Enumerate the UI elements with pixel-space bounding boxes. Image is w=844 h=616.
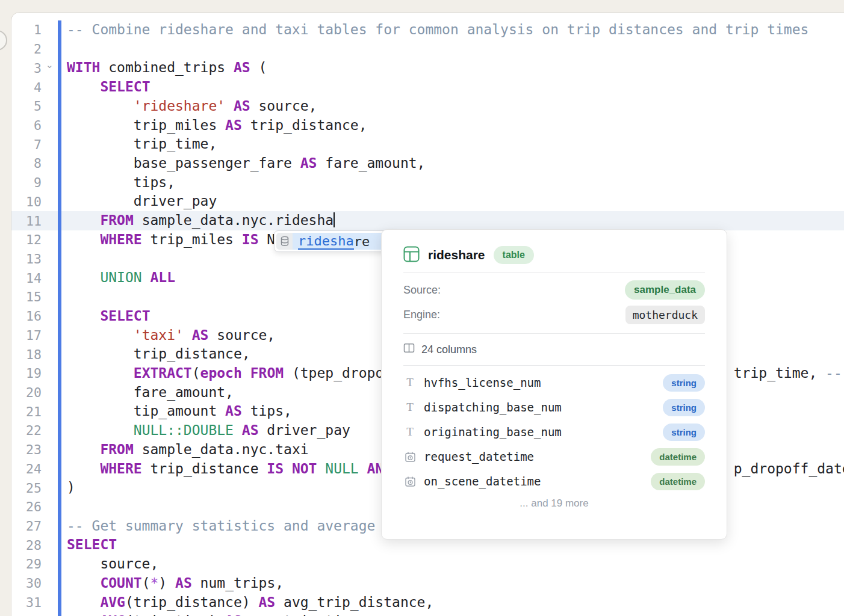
line-number: 30 xyxy=(11,576,42,591)
line-number: 19 xyxy=(11,366,42,381)
text-type-icon: T xyxy=(403,376,417,389)
column-list: Thvfhs_license_numstringTdispatching_bas… xyxy=(403,374,705,490)
line-number: 16 xyxy=(11,309,42,324)
line-number: 2 xyxy=(11,42,42,57)
table-info-card: rideshare table Source: sample_data Engi… xyxy=(381,229,727,540)
line-number: 31 xyxy=(11,595,42,610)
column-name: request_datetime xyxy=(424,450,651,463)
line-number: 11 xyxy=(11,214,42,229)
line-number: 17 xyxy=(11,328,42,343)
column-type-badge: datetime xyxy=(651,473,705,490)
engine-label: Engine: xyxy=(403,309,440,321)
source-badge: sample_data xyxy=(625,280,705,300)
sql-editor-screen: 1-- Combine rideshare and taxi tables fo… xyxy=(0,0,844,616)
line-number: 5 xyxy=(11,99,42,114)
table-name: rideshare xyxy=(428,248,485,262)
code-line[interactable]: 5 'rideshare' AS source, xyxy=(11,97,844,116)
line-number: 18 xyxy=(11,347,42,362)
columns-count: 24 columns xyxy=(421,343,477,356)
line-number: 25 xyxy=(11,481,42,496)
line-number: 6 xyxy=(11,118,42,133)
code-line[interactable]: 3⌄WITH combined_trips AS ( xyxy=(11,58,844,78)
code-line[interactable]: 31 AVG(trip_distance) AS avg_trip_distan… xyxy=(11,593,844,612)
line-number: 28 xyxy=(11,538,42,553)
gutter-change-bar xyxy=(58,20,61,616)
column-row: Tdispatching_base_numstring xyxy=(403,398,705,416)
line-number: 20 xyxy=(11,385,42,400)
datetime-type-icon xyxy=(403,476,417,487)
code-line[interactable]: 7 trip_time, xyxy=(11,135,844,154)
code-line[interactable]: 6 trip_miles AS trip_distance, xyxy=(11,116,844,135)
fold-chevron-icon[interactable]: ⌄ xyxy=(46,60,54,70)
code-line[interactable]: 32 AVG(trip_time) AS avg_trip_time, xyxy=(11,612,844,616)
text-type-icon: T xyxy=(403,425,417,439)
code-line[interactable]: 8 base_passenger_fare AS fare_amount, xyxy=(11,154,844,173)
line-number: 10 xyxy=(11,194,42,209)
column-type-badge: datetime xyxy=(651,448,705,466)
line-number: 23 xyxy=(11,442,42,457)
source-label: Source: xyxy=(403,284,441,297)
line-number: 9 xyxy=(11,175,42,190)
code-line[interactable]: 2 xyxy=(11,40,844,59)
code-line[interactable]: 9 tips, xyxy=(11,173,844,192)
code-line[interactable]: 1-- Combine rideshare and taxi tables fo… xyxy=(11,20,844,40)
database-icon xyxy=(276,233,293,250)
code-line[interactable]: 4 SELECT xyxy=(11,78,844,97)
column-type-badge: string xyxy=(663,374,705,392)
line-number: 1 xyxy=(11,22,42,37)
line-number: 14 xyxy=(11,271,42,286)
datetime-type-icon xyxy=(403,451,417,463)
line-number: 8 xyxy=(11,156,42,171)
columns-icon xyxy=(403,342,415,357)
table-type-badge: table xyxy=(494,246,534,264)
column-type-badge: string xyxy=(663,399,705,416)
column-row: Toriginating_base_numstring xyxy=(403,423,705,441)
line-number: 22 xyxy=(11,423,42,438)
line-number: 13 xyxy=(11,251,42,266)
divider xyxy=(403,365,705,366)
divider xyxy=(403,272,705,273)
text-cursor xyxy=(334,212,335,227)
line-number: 4 xyxy=(11,80,42,95)
line-number: 15 xyxy=(11,289,42,304)
column-row: on_scene_datetimedatetime xyxy=(403,472,705,490)
edge-button-fragment[interactable] xyxy=(0,30,7,51)
divider xyxy=(403,333,705,334)
line-number: 24 xyxy=(11,461,42,476)
code-line[interactable]: 29 source, xyxy=(11,555,844,574)
line-number: 26 xyxy=(11,499,42,514)
line-number: 7 xyxy=(11,137,42,152)
code-line[interactable]: 10 driver_pay xyxy=(11,192,844,211)
column-type-badge: string xyxy=(663,424,705,441)
code-line[interactable]: 11 FROM sample_data.nyc.ridesha xyxy=(11,211,844,230)
line-number: 27 xyxy=(11,519,42,534)
column-row: request_datetimedatetime xyxy=(403,448,705,466)
autocomplete-match-text: ridesha xyxy=(298,233,354,250)
column-name: dispatching_base_num xyxy=(424,401,663,414)
column-name: originating_base_num xyxy=(424,425,663,439)
line-number: 12 xyxy=(11,232,42,247)
line-number: 32 xyxy=(11,614,42,616)
line-number: 3 xyxy=(11,61,42,76)
table-icon xyxy=(403,246,420,265)
line-number: 21 xyxy=(11,404,42,419)
text-type-icon: T xyxy=(403,401,417,414)
line-number: 29 xyxy=(11,556,42,571)
code-line[interactable]: 30 COUNT(*) AS num_trips, xyxy=(11,574,844,593)
engine-badge: motherduck xyxy=(625,306,705,324)
column-name: on_scene_datetime xyxy=(424,475,651,488)
column-row: Thvfhs_license_numstring xyxy=(403,374,705,392)
column-name: hvfhs_license_num xyxy=(424,376,663,389)
more-columns-text: ... and 19 more xyxy=(403,497,705,510)
autocomplete-rest-text: re xyxy=(354,234,370,249)
